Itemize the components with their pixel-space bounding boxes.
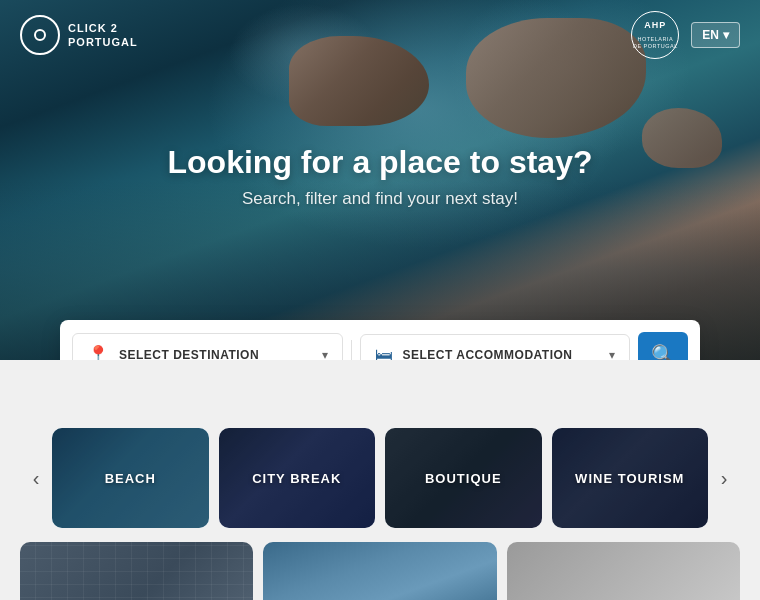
- category-wine-tourism-label: WINE TOURISM: [575, 471, 684, 486]
- category-city-break-label: CITY BREAK: [252, 471, 341, 486]
- language-selector[interactable]: EN ▾: [691, 22, 740, 48]
- category-wine-tourism[interactable]: WINE TOURISM: [552, 428, 709, 528]
- search-bar: 📍 SELECT DESTINATION ▾ 🛏 SELECT ACCOMMOD…: [60, 320, 700, 360]
- category-boutique[interactable]: BOUTIQUE: [385, 428, 542, 528]
- hero-title: Looking for a place to stay?: [130, 144, 630, 181]
- ahp-badge[interactable]: AHP HOTELARIA DE PORTUGAL: [631, 11, 679, 59]
- hero-text-block: Looking for a place to stay? Search, fil…: [130, 144, 630, 209]
- search-icon: 🔍: [651, 343, 676, 360]
- hotels-section: [0, 542, 760, 600]
- logo-circle: [20, 15, 60, 55]
- hotel-card-3[interactable]: [507, 542, 740, 600]
- hero-subtitle: Search, filter and find your next stay!: [130, 189, 630, 209]
- rock-decoration-3: [642, 108, 722, 168]
- location-icon: 📍: [87, 344, 109, 360]
- accommodation-chevron-icon: ▾: [609, 348, 615, 360]
- brand-name: CLICK 2 PORTUGAL: [68, 21, 138, 50]
- category-beach[interactable]: BEACH: [52, 428, 209, 528]
- next-arrow-button[interactable]: ›: [708, 462, 740, 494]
- logo[interactable]: CLICK 2 PORTUGAL: [20, 15, 138, 55]
- category-beach-label: BEACH: [105, 471, 156, 486]
- logo-circle-inner: [34, 29, 46, 41]
- accommodation-label: SELECT ACCOMMODATION: [403, 348, 600, 360]
- accommodation-field[interactable]: 🛏 SELECT ACCOMMODATION ▾: [360, 334, 631, 361]
- categories-section: ‹ BEACH CITY BREAK BOUTIQUE WINE TOURISM…: [0, 428, 760, 528]
- bed-icon: 🛏: [375, 345, 393, 361]
- destination-chevron-icon: ▾: [322, 348, 328, 360]
- prev-arrow-button[interactable]: ‹: [20, 462, 52, 494]
- categories-grid: BEACH CITY BREAK BOUTIQUE WINE TOURISM: [52, 428, 708, 528]
- search-divider: [351, 340, 352, 360]
- hotel-card-1[interactable]: [20, 542, 253, 600]
- category-boutique-label: BOUTIQUE: [425, 471, 502, 486]
- ahp-abbr: AHP: [644, 20, 666, 30]
- hotel-card-2[interactable]: [263, 542, 496, 600]
- category-city-break[interactable]: CITY BREAK: [219, 428, 376, 528]
- search-button[interactable]: 🔍: [638, 332, 688, 360]
- header: CLICK 2 PORTUGAL AHP HOTELARIA DE PORTUG…: [0, 0, 760, 70]
- hero-section: CLICK 2 PORTUGAL AHP HOTELARIA DE PORTUG…: [0, 0, 760, 360]
- header-right: AHP HOTELARIA DE PORTUGAL EN ▾: [631, 11, 740, 59]
- destination-field[interactable]: 📍 SELECT DESTINATION ▾: [72, 333, 343, 360]
- destination-label: SELECT DESTINATION: [119, 348, 312, 360]
- ahp-subtitle: HOTELARIA DE PORTUGAL: [633, 36, 678, 49]
